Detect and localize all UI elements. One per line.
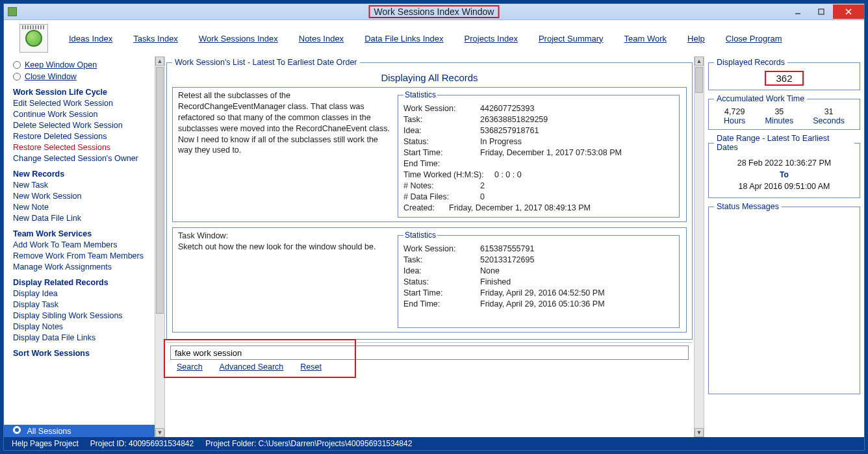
stat-value-start-time: Friday, December 1, 2017 07:53:08 PM [480,148,622,157]
nav-notes-index[interactable]: Notes Index [299,34,344,44]
stat-label-status: Status: [403,137,480,146]
stat-label-num-data-files: # Data Files: [403,192,480,201]
status-project-id-label: Project ID: [90,439,127,448]
scroll-down-icon[interactable]: ▼ [695,428,704,437]
clock-icon [25,30,42,47]
scroll-up-icon[interactable]: ▲ [695,57,704,66]
displaying-all-records-label: Displaying All Records [172,72,687,83]
scroll-down-icon[interactable]: ▼ [155,428,164,437]
new-note[interactable]: New Note [13,203,155,212]
stat-label-end-time: End Time: [403,159,480,168]
window-controls [786,5,864,19]
stat-label-idea: Idea: [403,126,480,135]
radio-icon [13,73,21,81]
status-project-id: Project ID: 400956931534842 [90,439,194,448]
work-session-record[interactable]: Retest all the subclasses of the RecordC… [172,87,687,222]
restore-selected-sessions[interactable]: Restore Selected Sessions [13,143,155,152]
nav-projects-index[interactable]: Projects Index [465,34,518,44]
stat-label-task: Task: [403,115,480,124]
life-cycle-heading: Work Session Life Cycle [13,88,155,97]
display-notes[interactable]: Display Notes [13,322,155,331]
stat-value-status: Finished [480,277,511,286]
new-work-session[interactable]: New Work Session [13,192,155,201]
list-scrollbar[interactable]: ▲ ▼ [694,57,704,437]
work-sessions-list-group: Work Session's List - Latest To Earliest… [166,58,693,340]
nav-help[interactable]: Help [687,34,705,44]
new-task[interactable]: New Task [13,181,155,190]
close-window-option[interactable]: Close Window [13,72,155,81]
stat-label-time-worked: Time Worked (H:M:S): [403,170,494,179]
scrollbar-thumb[interactable] [156,67,164,314]
app-icon [19,24,48,53]
right-panel: Displayed Records 362 Accumulated Work T… [704,57,864,437]
body-region: Keep Window Open Close Window Work Sessi… [4,57,864,437]
nav-ideas-index[interactable]: Ideas Index [69,34,112,44]
stat-value-num-notes: 2 [480,181,485,190]
sidebar-scrollbar[interactable]: ▲ ▼ [155,57,165,437]
stat-label-num-notes: # Notes: [403,181,480,190]
maximize-button[interactable] [810,5,833,19]
display-idea[interactable]: Display Idea [13,289,155,298]
maximize-icon [817,8,825,16]
nav-close-program[interactable]: Close Program [726,34,782,44]
stat-value-time-worked: 0 : 0 : 0 [494,170,522,179]
stat-label-idea: Idea: [403,266,480,275]
search-input[interactable] [170,346,689,360]
stat-value-status: In Progress [480,137,522,146]
edit-selected-work-session[interactable]: Edit Selected Work Session [13,99,155,108]
work-session-record[interactable]: Task Window: Sketch out how the new look… [172,227,687,333]
svg-rect-1 [819,9,824,14]
date-range-group: Date Range - Latest To Earliest Dates 28… [708,134,860,198]
close-button[interactable] [833,5,864,19]
scroll-up-icon[interactable]: ▲ [155,57,164,66]
stat-value-end-time: Friday, April 29, 2016 05:10:36 PM [480,299,605,309]
stat-label-status: Status: [403,277,480,286]
minutes-label: Minutes [765,116,793,125]
titlebar: Work Sessions Index Window [4,4,864,20]
nav-project-summary[interactable]: Project Summary [539,34,604,44]
center-pane: ▲ ▼ Work Session's List - Latest To Earl… [155,57,704,437]
accumulated-work-time-group: Accumulated Work Time 4,729Hours 35Minut… [708,94,860,130]
window-title: Work Sessions Index Window [374,6,494,17]
stat-label-start-time: Start Time: [403,148,480,157]
scrollbar-thumb[interactable] [695,67,703,93]
nav-work-sessions-index[interactable]: Work Sessions Index [199,34,278,44]
continue-work-session[interactable]: Continue Work Session [13,110,155,119]
display-sibling-work-sessions[interactable]: Display Sibling Work Sessions [13,311,155,320]
new-records-heading: New Records [13,170,155,179]
new-data-file-link[interactable]: New Data File Link [13,214,155,223]
record-description: Retest all the subclasses of the RecordC… [178,90,392,218]
calendar-icon [22,25,45,29]
status-help-pages: Help Pages Project [12,439,79,448]
stat-value-start-time: Friday, April 29, 2016 04:52:50 PM [480,288,605,297]
display-task[interactable]: Display Task [13,300,155,309]
stat-value-work-session: 615387555791 [480,244,534,253]
restore-deleted-sessions[interactable]: Restore Deleted Sessions [13,132,155,141]
display-data-file-links[interactable]: Display Data File Links [13,333,155,342]
delete-selected-work-session[interactable]: Delete Selected Work Session [13,121,155,130]
add-work-to-team-members[interactable]: Add Work To Team Members [13,240,155,249]
display-related-records-heading: Display Related Records [13,278,155,287]
nav-team-work[interactable]: Team Work [624,34,667,44]
nav-data-file-links-index[interactable]: Data File Links Index [364,34,443,44]
statistics-legend: Statistics [403,231,437,240]
displayed-records-legend: Displayed Records [714,58,787,67]
stat-value-work-session: 442607725393 [480,104,534,113]
stat-label-task: Task: [403,255,480,264]
list-group-legend: Work Session's List - Latest To Earliest… [172,58,360,67]
search-button[interactable]: Search [177,362,203,372]
close-icon [845,8,852,16]
advanced-search-button[interactable]: Advanced Search [220,362,284,372]
hours-label: Hours [724,116,745,125]
remove-work-from-team-members[interactable]: Remove Work From Team Members [13,251,155,260]
manage-work-assignments[interactable]: Manage Work Assignments [13,262,155,271]
stat-label-start-time: Start Time: [403,288,480,297]
minimize-button[interactable] [786,5,810,19]
keep-window-open-option[interactable]: Keep Window Open [13,60,155,69]
nav-tasks-index[interactable]: Tasks Index [133,34,178,44]
all-sessions-option[interactable]: All Sessions [4,425,155,437]
status-messages-legend: Status Messages [714,202,782,211]
window-title-highlight: Work Sessions Index Window [369,5,500,18]
reset-button[interactable]: Reset [300,362,322,372]
change-selected-session-owner[interactable]: Change Selected Session's Owner [13,154,155,163]
